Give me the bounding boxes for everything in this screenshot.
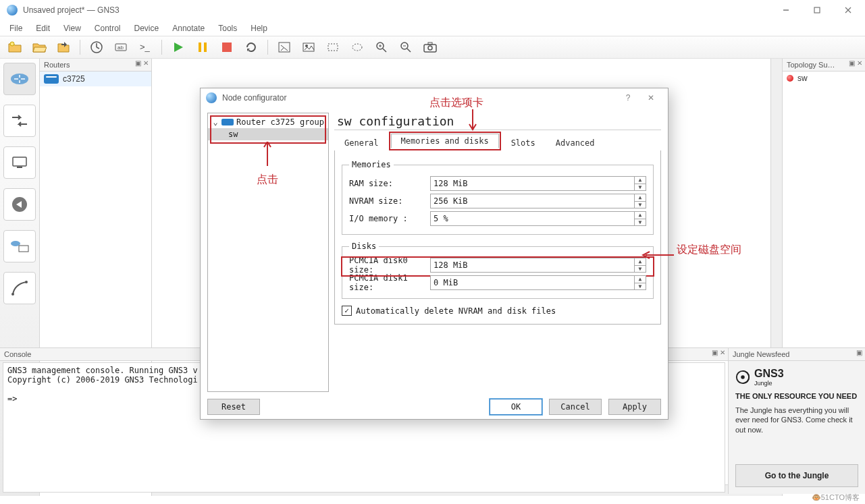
tab-general[interactable]: General: [334, 136, 389, 150]
disk0-label: PCMCIA disk0 size:: [349, 256, 430, 275]
disk1-label: PCMCIA disk1 size:: [349, 273, 430, 292]
draw-rect-icon[interactable]: [322, 37, 344, 57]
router-template-item[interactable]: c3725: [40, 72, 151, 86]
apply-button[interactable]: Apply: [608, 399, 661, 415]
device-all-icon[interactable]: [3, 230, 36, 262]
cancel-button[interactable]: Cancel: [549, 399, 602, 415]
ok-button[interactable]: OK: [490, 399, 542, 415]
menu-view[interactable]: View: [58, 22, 86, 34]
auto-delete-row[interactable]: ✓ Automatically delete NVRAM and disk fi…: [342, 306, 654, 316]
svg-point-18: [352, 44, 362, 51]
topology-node[interactable]: sw: [783, 72, 865, 85]
console-controls[interactable]: ▣ ✕: [712, 349, 725, 356]
show-interface-labels-icon[interactable]: ab: [110, 37, 132, 57]
jungle-title: Jungle Newsfeed: [733, 350, 789, 358]
svg-line-24: [407, 49, 411, 52]
app-icon: [7, 5, 18, 16]
config-tabs: General Memories and disks Slots Advance…: [334, 134, 661, 150]
ram-input[interactable]: 128 MiB▲▼: [430, 176, 646, 191]
new-project-icon[interactable]: [4, 37, 26, 57]
svg-point-38: [741, 375, 745, 379]
io-value: 5 %: [434, 214, 448, 223]
reload-all-icon[interactable]: [240, 37, 262, 57]
minimize-button[interactable]: [770, 0, 802, 20]
insert-image-icon[interactable]: [298, 37, 319, 57]
add-link-icon[interactable]: [3, 272, 36, 304]
svg-rect-12: [204, 43, 207, 52]
disk1-input[interactable]: 0 MiB▲▼: [430, 275, 646, 290]
annotation-tree-highlight: [210, 115, 326, 144]
titlebar: Unsaved project* — GNS3: [0, 0, 865, 21]
start-all-icon[interactable]: [167, 37, 189, 57]
dialog-close-button[interactable]: ✕: [639, 93, 662, 103]
spin-down-icon[interactable]: ▼: [635, 202, 646, 208]
device-end-devices-icon[interactable]: [3, 146, 36, 179]
svg-line-7: [97, 47, 99, 49]
pause-all-icon[interactable]: [192, 37, 213, 57]
spin-up-icon[interactable]: ▲: [635, 276, 646, 283]
dialog-help-button[interactable]: ?: [617, 93, 639, 103]
spin-down-icon[interactable]: ▼: [635, 184, 646, 191]
svg-point-35: [11, 293, 14, 296]
disks-group: Disks PCMCIA disk0 size: 128 MiB▲▼ PCMCI…: [342, 242, 654, 299]
zoom-out-icon[interactable]: [395, 37, 417, 57]
config-pane: sw configuration General Memories and di…: [334, 113, 661, 392]
jungle-button[interactable]: Go to the Jungle: [735, 464, 858, 487]
device-routers-icon[interactable]: [3, 63, 36, 95]
screenshot-icon[interactable]: [419, 37, 441, 57]
spin-down-icon[interactable]: ▼: [635, 283, 646, 290]
menu-device[interactable]: Device: [129, 22, 165, 34]
disk0-input[interactable]: 128 MiB▲▼: [430, 258, 646, 273]
dialog-titlebar[interactable]: Node configurator ? ✕: [201, 88, 668, 107]
menu-control[interactable]: Control: [89, 22, 126, 34]
maximize-button[interactable]: [802, 0, 833, 20]
routers-panel-controls[interactable]: ▣ ✕: [135, 59, 149, 67]
snapshot-icon[interactable]: [86, 37, 107, 57]
spin-down-icon[interactable]: ▼: [635, 266, 646, 273]
config-pane-title: sw configuration: [334, 113, 661, 130]
jungle-logo: GNS3 Jungle: [735, 368, 858, 387]
device-switches-icon[interactable]: [3, 105, 36, 137]
open-project-icon[interactable]: [28, 37, 50, 57]
console-title: Console: [4, 350, 31, 358]
auto-delete-checkbox[interactable]: ✓: [342, 306, 352, 316]
console-icon[interactable]: >_: [134, 37, 156, 57]
tab-advanced[interactable]: Advanced: [546, 136, 605, 150]
device-security-icon[interactable]: [3, 188, 36, 221]
menu-edit[interactable]: Edit: [30, 22, 55, 34]
io-input[interactable]: 5 %▲▼: [430, 211, 646, 226]
svg-rect-27: [428, 43, 432, 45]
auto-delete-label: Automatically delete NVRAM and disk file…: [356, 306, 556, 316]
svg-rect-34: [19, 246, 28, 252]
tab-page-memories: Memories RAM size: 128 MiB▲▼ NVRAM size:…: [334, 150, 661, 325]
topology-panel-title: Topology Su…: [787, 61, 835, 69]
io-label: I/O memory :: [349, 214, 430, 223]
node-tree[interactable]: ⌄ Router c3725 group sw: [207, 113, 329, 392]
disks-legend: Disks: [349, 242, 379, 251]
draw-ellipse-icon[interactable]: [346, 37, 368, 57]
menu-tools[interactable]: Tools: [213, 22, 242, 34]
routers-panel-title: Routers: [44, 61, 70, 69]
spin-up-icon[interactable]: ▲: [635, 177, 646, 184]
nvram-label: NVRAM size:: [349, 196, 430, 206]
stop-all-icon[interactable]: [216, 37, 238, 57]
tab-slots[interactable]: Slots: [501, 136, 546, 150]
topology-panel-controls[interactable]: ▣ ✕: [849, 59, 862, 67]
jungle-controls[interactable]: ▣: [856, 349, 862, 356]
zoom-in-icon[interactable]: [371, 37, 392, 57]
save-project-icon[interactable]: [53, 37, 74, 57]
router-icon: [44, 74, 59, 84]
nvram-input[interactable]: 256 KiB▲▼: [430, 194, 646, 208]
dialog-icon: [206, 92, 217, 103]
menu-help[interactable]: Help: [245, 22, 273, 34]
tab-memories[interactable]: Memories and disks: [391, 134, 499, 148]
spin-up-icon[interactable]: ▲: [635, 212, 646, 219]
reset-button[interactable]: Reset: [207, 399, 260, 415]
menu-annotate[interactable]: Annotate: [167, 22, 210, 34]
spin-up-icon[interactable]: ▲: [635, 258, 646, 266]
annotate-text-icon[interactable]: [273, 37, 295, 57]
spin-up-icon[interactable]: ▲: [635, 194, 646, 202]
close-button[interactable]: [833, 0, 864, 20]
spin-down-icon[interactable]: ▼: [635, 219, 646, 226]
menu-file[interactable]: File: [4, 22, 28, 34]
